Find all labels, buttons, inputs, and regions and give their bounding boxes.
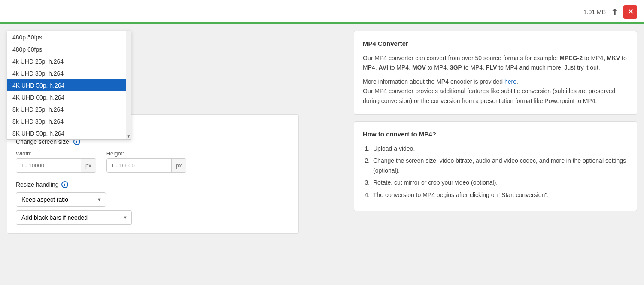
mp4-para1-mid1: to MP4, (583, 55, 607, 61)
width-input-wrap: px (16, 158, 96, 173)
resize-section: Resize handling i Keep aspect ratio Add … (16, 181, 290, 225)
width-input[interactable] (16, 159, 81, 172)
how-to-step-1: Upload a video. (371, 144, 628, 153)
scroll-down-arrow[interactable]: ▼ (127, 134, 131, 139)
mp4-para1-bold2: MKV (607, 55, 620, 61)
height-input-wrap: px (106, 158, 187, 173)
mp4-para1-bold6: FLV (486, 64, 497, 71)
close-button[interactable]: ✕ (623, 5, 637, 19)
black-bars-wrap: Add black bars if needed (16, 210, 132, 225)
dropdown-scrollbar[interactable]: ▼ (126, 31, 131, 139)
width-label: Width: (16, 150, 96, 157)
mp4-para1-bold1: MPEG-2 (559, 55, 583, 61)
how-to-box: How to convert to MP4? Upload a video. C… (354, 121, 637, 211)
height-px-label: px (171, 159, 186, 172)
file-size-label: 1.01 MB (583, 9, 606, 15)
mp4-para1-pre: Our MP4 converter can convert from over … (363, 55, 559, 61)
how-to-step-2: Change the screen size, video bitrate, a… (371, 156, 628, 175)
dropdown-item-5[interactable]: 4K UHD 60p, h.264 (7, 91, 131, 103)
how-to-list: Upload a video. Change the screen size, … (363, 144, 628, 200)
page-wrapper: 1.01 MB ⬆ ✕ 480p 50fps 480p 60fps 4k UHD… (0, 0, 644, 285)
keep-aspect-ratio-select[interactable]: Keep aspect ratio (16, 192, 106, 207)
mp4-para2-link[interactable]: here (504, 78, 516, 85)
mp4-converter-info-box: MP4 Converter Our MP4 converter can conv… (354, 31, 637, 115)
how-to-step-3: Rotate, cut mirror or crop your video (o… (371, 178, 628, 187)
upload-button[interactable]: ⬆ (611, 7, 618, 17)
mp4-converter-para1: Our MP4 converter can convert from over … (363, 53, 628, 73)
mp4-para2-post: . (516, 78, 518, 85)
mp4-para1-mid3: to MP4, (388, 64, 412, 71)
quality-dropdown-list[interactable]: 480p 50fps 480p 60fps 4k UHD 25p, h.264 … (7, 31, 131, 140)
mp4-para2-pre: More information about the MP4 encoder i… (363, 78, 504, 85)
mp4-para1-bold3: AVI (379, 64, 388, 71)
width-px-label: px (81, 159, 96, 172)
dropdown-container: 480p 50fps 480p 60fps 4k UHD 25p, h.264 … (7, 31, 136, 107)
left-panel: 480p 50fps 480p 60fps 4k UHD 25p, h.264 … (7, 31, 347, 278)
mp4-para2-line2: Our MP4 converter provides additional fe… (363, 88, 615, 104)
progress-bar-fill (0, 22, 644, 24)
how-to-step-4: The conversion to MP4 begins after click… (371, 190, 628, 200)
mp4-para1-mid5: to MP4, (462, 64, 486, 71)
height-group: Height: px (106, 150, 187, 173)
main-content: 480p 50fps 480p 60fps 4k UHD 25p, h.264 … (0, 24, 644, 285)
dropdown-item-3[interactable]: 4k UHD 30p, h.264 (7, 67, 131, 79)
progress-bar-container (0, 22, 644, 24)
width-group: Width: px (16, 150, 96, 173)
mp4-converter-para2: More information about the MP4 encoder i… (363, 77, 628, 106)
resize-info-icon[interactable]: i (61, 181, 68, 188)
dimensions-row: Width: px Height: px (16, 150, 290, 173)
dropdown-item-4[interactable]: 4K UHD 50p, h.264 (7, 79, 131, 91)
height-label: Height: (106, 150, 187, 157)
resize-label: Resize handling (16, 181, 59, 188)
keep-aspect-ratio-wrap: Keep aspect ratio (16, 192, 106, 207)
dropdown-item-2[interactable]: 4k UHD 25p, h.264 (7, 55, 131, 67)
top-bar: 1.01 MB ⬆ ✕ (0, 0, 644, 24)
mp4-converter-title: MP4 Converter (363, 40, 628, 47)
dropdown-item-6[interactable]: 8k UHD 25p, h.264 (7, 103, 131, 115)
mp4-para1-bold4: MOV (412, 64, 426, 71)
resize-label-row: Resize handling i (16, 181, 290, 188)
mp4-para1-mid4: to MP4, (426, 64, 450, 71)
dropdown-item-7[interactable]: 8k UHD 30p, h.264 (7, 115, 131, 127)
right-panel: MP4 Converter Our MP4 converter can conv… (354, 31, 637, 278)
black-bars-select[interactable]: Add black bars if needed (16, 210, 132, 225)
dropdown-item-1[interactable]: 480p 60fps (7, 43, 131, 55)
mp4-para1-end: to MP4 and much more. Just try it out. (497, 64, 600, 71)
mp4-para1-bold5: 3GP (450, 64, 462, 71)
dropdown-item-8[interactable]: 8K UHD 50p, h.264 (7, 127, 131, 139)
height-input[interactable] (107, 159, 171, 172)
how-to-title: How to convert to MP4? (363, 130, 628, 138)
dropdown-item-0[interactable]: 480p 50fps (7, 31, 131, 43)
